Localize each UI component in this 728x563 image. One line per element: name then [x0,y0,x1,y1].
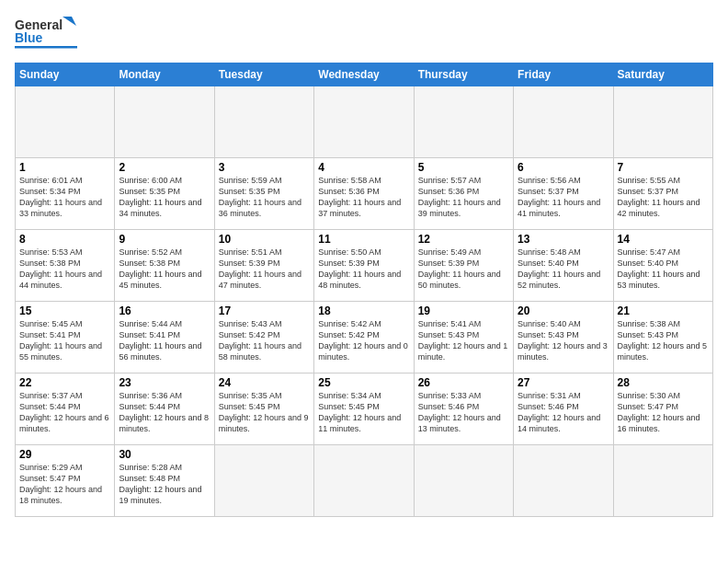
weekday-saturday: Saturday [613,63,712,86]
day-number: 18 [318,304,409,317]
day-number: 21 [618,304,709,317]
day-info: Sunrise: 5:53 AMSunset: 5:38 PMDaylight:… [19,247,110,292]
day-info: Sunrise: 5:59 AMSunset: 5:35 PMDaylight:… [219,175,310,220]
svg-text:Blue: Blue [15,30,43,45]
day-cell: 3Sunrise: 5:59 AMSunset: 5:35 PMDaylight… [214,158,313,230]
day-info: Sunrise: 5:30 AMSunset: 5:47 PMDaylight:… [618,390,709,435]
day-number: 29 [19,448,110,461]
day-number: 13 [518,233,609,246]
day-cell [514,86,613,158]
day-info: Sunrise: 6:01 AMSunset: 5:34 PMDaylight:… [19,175,110,220]
day-cell: 26Sunrise: 5:33 AMSunset: 5:46 PMDayligh… [414,373,513,445]
day-cell: 23Sunrise: 5:36 AMSunset: 5:44 PMDayligh… [115,373,214,445]
day-number: 27 [518,376,609,389]
day-cell [613,445,712,517]
day-number: 24 [219,376,310,389]
day-info: Sunrise: 5:58 AMSunset: 5:36 PMDaylight:… [318,175,409,220]
logo-icon: General Blue [15,15,88,53]
day-info: Sunrise: 6:00 AMSunset: 5:35 PMDaylight:… [119,175,210,220]
day-cell [115,86,214,158]
weekday-header-row: SundayMondayTuesdayWednesdayThursdayFrid… [16,63,713,86]
day-cell: 10Sunrise: 5:51 AMSunset: 5:39 PMDayligh… [214,230,313,302]
day-info: Sunrise: 5:44 AMSunset: 5:41 PMDaylight:… [119,318,210,363]
day-number: 22 [19,376,110,389]
day-number: 19 [418,304,509,317]
day-cell: 15Sunrise: 5:45 AMSunset: 5:41 PMDayligh… [16,302,115,373]
day-number: 1 [19,161,110,174]
day-number: 16 [119,304,210,317]
day-number: 12 [418,233,509,246]
day-cell [613,86,712,158]
day-cell: 28Sunrise: 5:30 AMSunset: 5:47 PMDayligh… [613,373,712,445]
day-cell: 25Sunrise: 5:34 AMSunset: 5:45 PMDayligh… [314,373,414,445]
day-info: Sunrise: 5:50 AMSunset: 5:39 PMDaylight:… [318,247,409,292]
week-row-0 [16,86,713,158]
day-number: 4 [318,161,409,174]
day-cell: 11Sunrise: 5:50 AMSunset: 5:39 PMDayligh… [314,230,414,302]
page: General Blue SundayMondayTuesdayWednesda… [0,0,728,563]
day-number: 17 [219,304,310,317]
day-info: Sunrise: 5:31 AMSunset: 5:46 PMDaylight:… [518,390,609,435]
day-info: Sunrise: 5:28 AMSunset: 5:48 PMDaylight:… [119,462,210,507]
week-row-4: 22Sunrise: 5:37 AMSunset: 5:44 PMDayligh… [16,373,713,445]
day-cell: 18Sunrise: 5:42 AMSunset: 5:42 PMDayligh… [314,302,414,373]
week-row-2: 8Sunrise: 5:53 AMSunset: 5:38 PMDaylight… [16,230,713,302]
day-cell: 20Sunrise: 5:40 AMSunset: 5:43 PMDayligh… [514,302,613,373]
day-cell [514,445,613,517]
day-number: 11 [318,233,409,246]
day-cell: 8Sunrise: 5:53 AMSunset: 5:38 PMDaylight… [16,230,115,302]
day-cell: 7Sunrise: 5:55 AMSunset: 5:37 PMDaylight… [613,158,712,230]
day-info: Sunrise: 5:29 AMSunset: 5:47 PMDaylight:… [19,462,110,507]
day-cell: 27Sunrise: 5:31 AMSunset: 5:46 PMDayligh… [514,373,613,445]
day-cell [314,86,414,158]
day-info: Sunrise: 5:56 AMSunset: 5:37 PMDaylight:… [518,175,609,220]
weekday-friday: Friday [514,63,613,86]
week-row-3: 15Sunrise: 5:45 AMSunset: 5:41 PMDayligh… [16,302,713,373]
week-row-1: 1Sunrise: 6:01 AMSunset: 5:34 PMDaylight… [16,158,713,230]
day-info: Sunrise: 5:48 AMSunset: 5:40 PMDaylight:… [518,247,609,292]
day-number: 6 [518,161,609,174]
day-cell: 19Sunrise: 5:41 AMSunset: 5:43 PMDayligh… [414,302,513,373]
day-number: 10 [219,233,310,246]
day-number: 23 [119,376,210,389]
day-number: 15 [19,304,110,317]
day-info: Sunrise: 5:57 AMSunset: 5:36 PMDaylight:… [418,175,509,220]
day-cell: 6Sunrise: 5:56 AMSunset: 5:37 PMDaylight… [514,158,613,230]
day-cell: 22Sunrise: 5:37 AMSunset: 5:44 PMDayligh… [16,373,115,445]
day-info: Sunrise: 5:45 AMSunset: 5:41 PMDaylight:… [19,318,110,363]
day-cell: 12Sunrise: 5:49 AMSunset: 5:39 PMDayligh… [414,230,513,302]
day-cell [214,445,313,517]
day-info: Sunrise: 5:40 AMSunset: 5:43 PMDaylight:… [518,318,609,363]
day-number: 26 [418,376,509,389]
day-cell: 29Sunrise: 5:29 AMSunset: 5:47 PMDayligh… [16,445,115,517]
day-number: 25 [318,376,409,389]
header: General Blue [15,15,713,53]
day-info: Sunrise: 5:55 AMSunset: 5:37 PMDaylight:… [618,175,709,220]
weekday-monday: Monday [115,63,214,86]
day-number: 14 [618,233,709,246]
day-info: Sunrise: 5:36 AMSunset: 5:44 PMDaylight:… [119,390,210,435]
day-number: 28 [618,376,709,389]
day-number: 8 [19,233,110,246]
day-cell: 30Sunrise: 5:28 AMSunset: 5:48 PMDayligh… [115,445,214,517]
day-cell [314,445,414,517]
day-number: 20 [518,304,609,317]
day-cell: 4Sunrise: 5:58 AMSunset: 5:36 PMDaylight… [314,158,414,230]
svg-rect-3 [15,46,77,49]
day-info: Sunrise: 5:52 AMSunset: 5:38 PMDaylight:… [119,247,210,292]
day-info: Sunrise: 5:47 AMSunset: 5:40 PMDaylight:… [618,247,709,292]
day-cell: 13Sunrise: 5:48 AMSunset: 5:40 PMDayligh… [514,230,613,302]
day-cell [214,86,313,158]
day-cell: 21Sunrise: 5:38 AMSunset: 5:43 PMDayligh… [613,302,712,373]
day-number: 9 [119,233,210,246]
day-cell: 5Sunrise: 5:57 AMSunset: 5:36 PMDaylight… [414,158,513,230]
svg-marker-2 [63,17,76,26]
day-number: 30 [119,448,210,461]
day-info: Sunrise: 5:38 AMSunset: 5:43 PMDaylight:… [618,318,709,363]
day-info: Sunrise: 5:43 AMSunset: 5:42 PMDaylight:… [219,318,310,363]
day-cell: 16Sunrise: 5:44 AMSunset: 5:41 PMDayligh… [115,302,214,373]
weekday-thursday: Thursday [414,63,513,86]
weekday-tuesday: Tuesday [214,63,313,86]
day-info: Sunrise: 5:33 AMSunset: 5:46 PMDaylight:… [418,390,509,435]
day-cell: 2Sunrise: 6:00 AMSunset: 5:35 PMDaylight… [115,158,214,230]
